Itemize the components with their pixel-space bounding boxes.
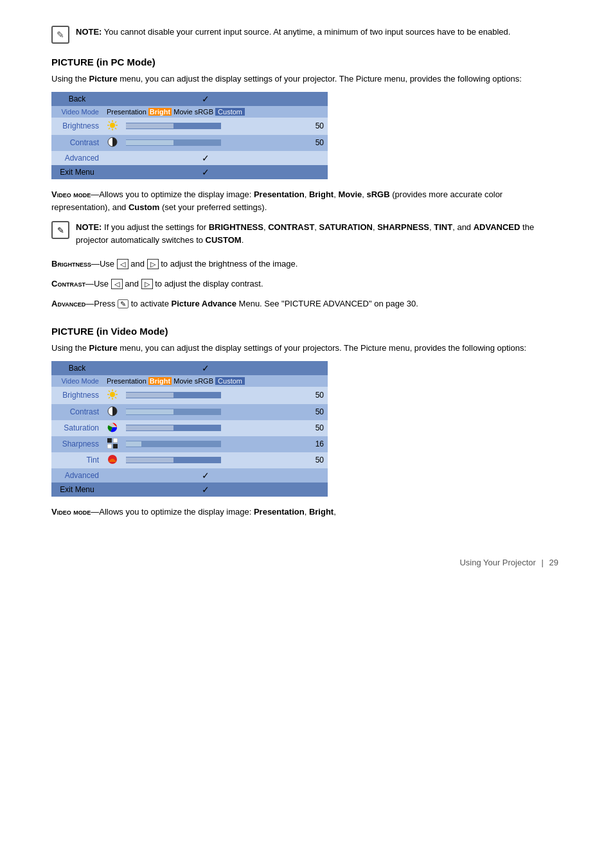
v-sharpness-value: 16: [308, 436, 328, 452]
v-tint-bar: [122, 452, 225, 468]
video-mode-header: Video Mode: [51, 106, 103, 118]
video-mode-desc: Video mode—Allows you to optimize the di…: [51, 188, 562, 215]
brightness-row: Brightness 50: [51, 118, 328, 135]
menu-back-row: Back ✓: [51, 92, 328, 106]
video-menu-table: Back ✓ Video Mode Presentation Bright Mo…: [51, 361, 328, 497]
v-exit-row: Exit Menu ✓: [51, 483, 328, 497]
v-advanced-label: Advanced: [51, 468, 103, 483]
menu-header-row: Video Mode Presentation Bright Movie sRG…: [51, 106, 328, 118]
v-tint-row: Tint 50: [51, 452, 328, 468]
right-arrow: ▷: [147, 259, 159, 269]
v-tint-label: Tint: [51, 452, 103, 468]
v-saturation-icon: [103, 420, 122, 436]
contrast-icon: [103, 135, 122, 151]
svg-rect-22: [113, 438, 118, 443]
note2-box: ✎ NOTE: If you adjust the settings for B…: [51, 221, 562, 246]
svg-line-15: [109, 391, 110, 392]
v-back-label: Back: [51, 361, 103, 375]
svg-point-0: [110, 123, 115, 128]
page-number: 29: [549, 558, 558, 567]
v-saturation-label: Saturation: [51, 420, 103, 436]
contrast-desc: Contrast—Use ◁ and ▷ to adjust the displ…: [51, 278, 562, 291]
v-tint-icon: [103, 452, 122, 468]
v-saturation-value: 50: [308, 420, 328, 436]
video-mode-intro: Using the Picture menu, you can adjust t…: [51, 342, 562, 355]
page-footer: Using Your Projector | 29: [51, 558, 562, 567]
v-brightness-bar: [122, 387, 225, 404]
note2-text: NOTE: If you adjust the settings for Bri…: [76, 221, 562, 246]
brightness-desc: Brightness—Use ◁ and ▷ to adjust the bri…: [51, 258, 562, 271]
v-contrast-row: Contrast 50: [51, 404, 328, 420]
note1-box: ✎ NOTE: You cannot disable your current …: [51, 26, 562, 44]
footer-separator: |: [542, 558, 544, 567]
pc-mode-heading: PICTURE (in PC Mode): [51, 57, 562, 67]
advanced-check: ✓: [103, 151, 308, 165]
v-menu-header-row: Video Mode Presentation Bright Movie sRG…: [51, 375, 328, 387]
v-saturation-bar: [122, 420, 225, 436]
advanced-label: Advanced: [51, 151, 103, 165]
menu-button-icon: ✎: [118, 299, 129, 308]
v-menu-back-row: Back ✓: [51, 361, 328, 375]
v-exit-label: Exit Menu: [51, 483, 103, 497]
back-check: ✓: [103, 92, 308, 106]
v-video-mode-header: Video Mode: [51, 375, 103, 387]
left-arrow: ◁: [117, 259, 129, 269]
pencil-icon: ✎: [51, 26, 69, 44]
v-tint-value: 50: [308, 452, 328, 468]
brightness-bar: [122, 118, 225, 135]
exit-check: ✓: [103, 165, 308, 179]
v-sharpness-icon: [103, 436, 122, 452]
brightness-value: 50: [308, 118, 328, 135]
v-back-check: ✓: [103, 361, 308, 375]
v-brightness-row: Brightness 50: [51, 387, 328, 404]
svg-line-8: [109, 128, 110, 129]
contrast-label: Contrast: [51, 135, 103, 151]
v-advanced-row: Advanced ✓: [51, 468, 328, 483]
v-mode-options: Presentation Bright Movie sRGB Custom: [103, 375, 308, 387]
mode-options: Presentation Bright Movie sRGB Custom: [103, 106, 308, 118]
v-contrast-icon: [103, 404, 122, 420]
v-sharpness-row: Sharpness 16: [51, 436, 328, 452]
v-brightness-value: 50: [308, 387, 328, 404]
contrast-row: Contrast 50: [51, 135, 328, 151]
v-brightness-icon: [103, 387, 122, 404]
v-saturation-row: Saturation 50: [51, 420, 328, 436]
v-exit-check: ✓: [103, 483, 308, 497]
footer-text: Using Your Projector: [459, 558, 536, 567]
v-contrast-label: Contrast: [51, 404, 103, 420]
v-contrast-value: 50: [308, 404, 328, 420]
v-sharpness-label: Sharpness: [51, 436, 103, 452]
svg-point-10: [110, 392, 115, 397]
video-mode-heading: PICTURE (in Video Mode): [51, 326, 562, 337]
v-sharpness-bar: [122, 436, 225, 452]
pc-mode-intro: Using the Picture menu, you can adjust t…: [51, 73, 562, 85]
svg-line-7: [115, 121, 116, 123]
exit-label: Exit Menu: [51, 165, 103, 179]
svg-line-17: [115, 391, 116, 392]
svg-line-18: [109, 397, 110, 398]
left-arrow2: ◁: [111, 279, 123, 289]
right-arrow2: ▷: [141, 279, 153, 289]
svg-line-5: [109, 121, 110, 123]
contrast-bar: [122, 135, 225, 151]
v-brightness-label: Brightness: [51, 387, 103, 404]
pencil-icon2: ✎: [51, 221, 69, 239]
exit-row: Exit Menu ✓: [51, 165, 328, 179]
video-mode-desc2: Video mode—Allows you to optimize the di…: [51, 506, 562, 519]
back-label: Back: [51, 92, 103, 106]
advanced-row: Advanced ✓: [51, 151, 328, 165]
advanced-desc: Advanced—Press ✎ to activate Picture Adv…: [51, 297, 562, 311]
svg-line-6: [115, 128, 116, 129]
brightness-label: Brightness: [51, 118, 103, 135]
contrast-value: 50: [308, 135, 328, 151]
svg-rect-21: [107, 438, 112, 443]
brightness-icon: [103, 118, 122, 135]
v-advanced-check: ✓: [103, 468, 308, 483]
svg-line-16: [115, 397, 116, 398]
pc-menu-table: Back ✓ Video Mode Presentation Bright Mo…: [51, 92, 328, 179]
note1-text: NOTE: You cannot disable your current in…: [76, 26, 510, 39]
svg-rect-23: [107, 444, 112, 448]
svg-rect-24: [113, 444, 118, 448]
v-contrast-bar: [122, 404, 225, 420]
